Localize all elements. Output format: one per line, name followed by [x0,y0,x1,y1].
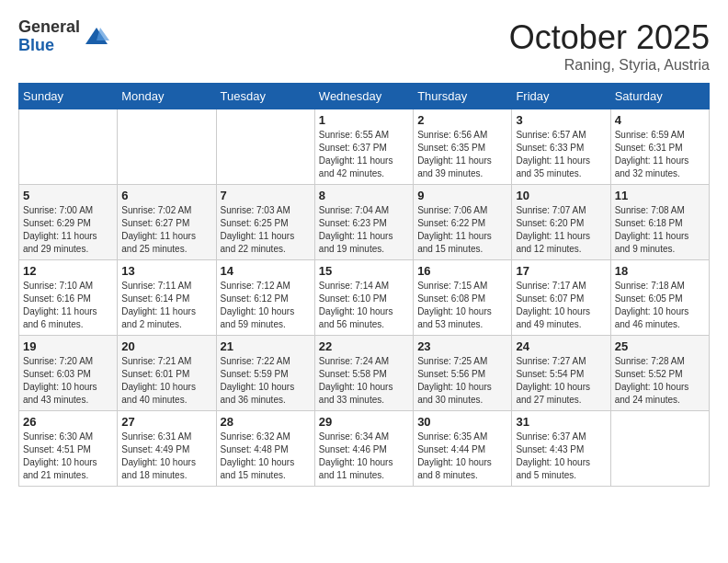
calendar-cell: 12Sunrise: 7:10 AM Sunset: 6:16 PM Dayli… [19,260,118,336]
weekday-header: Monday [118,84,216,109]
day-info: Sunrise: 7:21 AM Sunset: 6:01 PM Dayligh… [121,355,211,407]
day-info: Sunrise: 7:10 AM Sunset: 6:16 PM Dayligh… [23,280,113,331]
day-number: 23 [417,339,507,353]
day-info: Sunrise: 6:31 AM Sunset: 4:49 PM Dayligh… [121,431,211,482]
day-info: Sunrise: 7:24 AM Sunset: 5:58 PM Dayligh… [319,355,409,407]
day-number: 25 [615,339,705,353]
calendar-cell: 21Sunrise: 7:22 AM Sunset: 5:59 PM Dayli… [216,336,314,411]
day-info: Sunrise: 7:11 AM Sunset: 6:14 PM Dayligh… [121,280,211,331]
day-number: 29 [319,415,409,429]
calendar-cell: 18Sunrise: 7:18 AM Sunset: 6:05 PM Dayli… [610,260,709,336]
day-info: Sunrise: 7:28 AM Sunset: 5:52 PM Dayligh… [615,355,705,407]
logo-text: General Blue [18,18,80,55]
day-number: 2 [417,113,507,127]
calendar-cell: 24Sunrise: 7:27 AM Sunset: 5:54 PM Dayli… [512,336,610,411]
weekday-header: Friday [512,84,610,109]
logo: General Blue [18,18,109,55]
day-info: Sunrise: 6:34 AM Sunset: 4:46 PM Dayligh… [319,431,409,482]
logo-icon [84,24,109,50]
calendar-cell: 2Sunrise: 6:56 AM Sunset: 6:35 PM Daylig… [414,109,512,185]
day-number: 21 [221,339,311,353]
day-number: 26 [23,415,113,429]
calendar-cell: 31Sunrise: 6:37 AM Sunset: 4:43 PM Dayli… [512,411,610,487]
weekday-header: Tuesday [216,84,314,109]
day-info: Sunrise: 7:08 AM Sunset: 6:18 PM Dayligh… [615,204,705,256]
day-info: Sunrise: 6:37 AM Sunset: 4:43 PM Dayligh… [516,431,606,482]
calendar-cell: 29Sunrise: 6:34 AM Sunset: 4:46 PM Dayli… [314,411,413,487]
day-number: 22 [319,339,409,353]
calendar-cell: 30Sunrise: 6:35 AM Sunset: 4:44 PM Dayli… [414,411,512,487]
day-info: Sunrise: 6:59 AM Sunset: 6:31 PM Dayligh… [615,129,705,180]
weekday-header: Sunday [19,84,118,109]
calendar-cell [118,109,216,185]
calendar-cell [216,109,314,185]
day-info: Sunrise: 7:17 AM Sunset: 6:07 PM Dayligh… [516,280,606,331]
weekday-header: Wednesday [314,84,413,109]
svg-marker-1 [97,28,109,40]
calendar-cell: 13Sunrise: 7:11 AM Sunset: 6:14 PM Dayli… [118,260,216,336]
month-title: October 2025 [509,18,710,57]
day-number: 16 [417,264,507,278]
calendar-cell: 10Sunrise: 7:07 AM Sunset: 6:20 PM Dayli… [512,185,610,260]
day-number: 10 [516,189,606,202]
calendar-cell: 26Sunrise: 6:30 AM Sunset: 4:51 PM Dayli… [19,411,118,487]
day-number: 19 [23,339,113,353]
calendar-cell: 19Sunrise: 7:20 AM Sunset: 6:03 PM Dayli… [19,336,118,411]
day-info: Sunrise: 6:35 AM Sunset: 4:44 PM Dayligh… [417,431,507,482]
calendar-cell: 28Sunrise: 6:32 AM Sunset: 4:48 PM Dayli… [216,411,314,487]
day-number: 7 [221,189,311,202]
calendar-cell: 6Sunrise: 7:02 AM Sunset: 6:27 PM Daylig… [118,185,216,260]
calendar-cell: 27Sunrise: 6:31 AM Sunset: 4:49 PM Dayli… [118,411,216,487]
day-info: Sunrise: 7:12 AM Sunset: 6:12 PM Dayligh… [221,280,311,331]
day-info: Sunrise: 6:57 AM Sunset: 6:33 PM Dayligh… [516,129,606,180]
day-info: Sunrise: 7:18 AM Sunset: 6:05 PM Dayligh… [615,280,705,331]
calendar-week-row: 26Sunrise: 6:30 AM Sunset: 4:51 PM Dayli… [19,411,710,487]
day-info: Sunrise: 6:32 AM Sunset: 4:48 PM Dayligh… [221,431,311,482]
day-number: 1 [319,113,409,127]
day-info: Sunrise: 6:56 AM Sunset: 6:35 PM Dayligh… [417,129,507,180]
day-info: Sunrise: 6:55 AM Sunset: 6:37 PM Dayligh… [319,129,409,180]
day-info: Sunrise: 7:22 AM Sunset: 5:59 PM Dayligh… [221,355,311,407]
calendar-cell: 1Sunrise: 6:55 AM Sunset: 6:37 PM Daylig… [314,109,413,185]
weekday-header: Saturday [610,84,709,109]
calendar-header: SundayMondayTuesdayWednesdayThursdayFrid… [19,84,710,109]
day-info: Sunrise: 7:04 AM Sunset: 6:23 PM Dayligh… [319,204,409,256]
calendar-table: SundayMondayTuesdayWednesdayThursdayFrid… [18,83,710,487]
calendar-week-row: 19Sunrise: 7:20 AM Sunset: 6:03 PM Dayli… [19,336,710,411]
calendar-cell: 22Sunrise: 7:24 AM Sunset: 5:58 PM Dayli… [314,336,413,411]
calendar-cell: 23Sunrise: 7:25 AM Sunset: 5:56 PM Dayli… [414,336,512,411]
calendar-cell: 11Sunrise: 7:08 AM Sunset: 6:18 PM Dayli… [610,185,709,260]
day-info: Sunrise: 6:30 AM Sunset: 4:51 PM Dayligh… [23,431,113,482]
calendar-cell: 9Sunrise: 7:06 AM Sunset: 6:22 PM Daylig… [414,185,512,260]
logo-blue: Blue [18,37,80,55]
calendar-cell: 7Sunrise: 7:03 AM Sunset: 6:25 PM Daylig… [216,185,314,260]
day-number: 15 [319,264,409,278]
day-number: 3 [516,113,606,127]
day-number: 24 [516,339,606,353]
title-block: October 2025 Raning, Styria, Austria [509,18,710,74]
day-info: Sunrise: 7:06 AM Sunset: 6:22 PM Dayligh… [417,204,507,256]
calendar-cell: 8Sunrise: 7:04 AM Sunset: 6:23 PM Daylig… [314,185,413,260]
day-number: 4 [615,113,705,127]
logo-general: General [18,18,80,37]
day-info: Sunrise: 7:15 AM Sunset: 6:08 PM Dayligh… [417,280,507,331]
day-info: Sunrise: 7:20 AM Sunset: 6:03 PM Dayligh… [23,355,113,407]
day-number: 20 [121,339,211,353]
day-number: 14 [221,264,311,278]
day-info: Sunrise: 7:25 AM Sunset: 5:56 PM Dayligh… [417,355,507,407]
day-number: 8 [319,189,409,202]
calendar-week-row: 5Sunrise: 7:00 AM Sunset: 6:29 PM Daylig… [19,185,710,260]
calendar-cell: 20Sunrise: 7:21 AM Sunset: 6:01 PM Dayli… [118,336,216,411]
day-info: Sunrise: 7:14 AM Sunset: 6:10 PM Dayligh… [319,280,409,331]
day-number: 17 [516,264,606,278]
calendar-cell: 16Sunrise: 7:15 AM Sunset: 6:08 PM Dayli… [414,260,512,336]
day-number: 13 [121,264,211,278]
day-number: 30 [417,415,507,429]
calendar-body: 1Sunrise: 6:55 AM Sunset: 6:37 PM Daylig… [19,109,710,487]
calendar-cell [610,411,709,487]
weekday-header: Thursday [414,84,512,109]
day-number: 6 [121,189,211,202]
day-number: 11 [615,189,705,202]
day-number: 12 [23,264,113,278]
calendar-cell: 17Sunrise: 7:17 AM Sunset: 6:07 PM Dayli… [512,260,610,336]
